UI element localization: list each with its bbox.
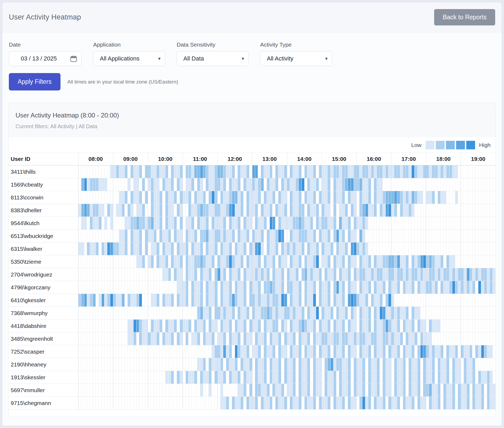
heatmap-cell[interactable] (255, 307, 258, 319)
heatmap-cell[interactable] (406, 332, 409, 345)
heatmap-cell[interactable] (325, 268, 328, 281)
heatmap-cell[interactable] (139, 243, 142, 255)
heatmap-cell[interactable] (275, 243, 278, 255)
heatmap-cell[interactable] (420, 358, 423, 371)
heatmap-cell[interactable] (171, 268, 174, 281)
heatmap-cell[interactable] (148, 217, 151, 229)
heatmap-cell[interactable] (481, 332, 484, 345)
heatmap-cell[interactable] (487, 307, 490, 319)
heatmap-cell[interactable] (458, 191, 461, 204)
heatmap-cell[interactable] (461, 255, 464, 268)
heatmap-cell[interactable] (84, 371, 87, 384)
heatmap-cell[interactable] (241, 178, 244, 191)
heatmap-cell[interactable] (188, 255, 191, 268)
heatmap-cell[interactable] (487, 384, 490, 396)
heatmap-cell[interactable] (429, 371, 432, 384)
heatmap-cell[interactable] (264, 191, 267, 204)
heatmap-cell[interactable] (452, 320, 455, 332)
heatmap-cell[interactable] (452, 268, 455, 281)
heatmap-cell[interactable] (177, 358, 180, 371)
heatmap-cell[interactable] (206, 332, 209, 345)
heatmap-cell[interactable] (325, 281, 328, 294)
heatmap-cell[interactable] (293, 191, 296, 204)
heatmap-cell[interactable] (258, 281, 261, 294)
heatmap-cell[interactable] (264, 307, 267, 319)
heatmap-cell[interactable] (481, 191, 484, 204)
heatmap-cell[interactable] (348, 332, 351, 345)
heatmap-cell[interactable] (154, 230, 157, 242)
heatmap-cell[interactable] (415, 255, 418, 268)
heatmap-cell[interactable] (212, 191, 215, 204)
heatmap-cell[interactable] (177, 178, 180, 191)
heatmap-cell[interactable] (429, 307, 432, 319)
heatmap-cell[interactable] (446, 178, 449, 191)
heatmap-cell[interactable] (229, 243, 232, 255)
heatmap-cell[interactable] (128, 397, 131, 409)
heatmap-cell[interactable] (386, 165, 389, 178)
heatmap-cell[interactable] (148, 165, 151, 178)
heatmap-cell[interactable] (284, 371, 287, 384)
heatmap-cell[interactable] (81, 243, 84, 255)
heatmap-cell[interactable] (162, 397, 165, 409)
heatmap-cell[interactable] (165, 191, 168, 204)
heatmap-cell[interactable] (467, 204, 470, 217)
heatmap-cell[interactable] (78, 345, 81, 358)
heatmap-cell[interactable] (336, 294, 339, 306)
heatmap-cell[interactable] (368, 268, 371, 281)
heatmap-cell[interactable] (444, 371, 446, 384)
heatmap-cell[interactable] (229, 397, 232, 409)
heatmap-cell[interactable] (249, 178, 252, 191)
heatmap-cell[interactable] (186, 371, 189, 384)
heatmap-cell[interactable] (96, 371, 99, 384)
heatmap-cell[interactable] (113, 204, 116, 217)
heatmap-cell[interactable] (200, 332, 203, 345)
heatmap-cell[interactable] (209, 371, 212, 384)
heatmap-cell[interactable] (487, 397, 490, 409)
heatmap-cell[interactable] (281, 332, 284, 345)
heatmap-cell[interactable] (305, 371, 308, 384)
heatmap-cell[interactable] (209, 268, 212, 281)
heatmap-cell[interactable] (249, 230, 252, 242)
heatmap-cell[interactable] (406, 294, 409, 306)
heatmap-cell[interactable] (107, 165, 110, 178)
heatmap-cell[interactable] (188, 230, 191, 242)
heatmap-cell[interactable] (267, 230, 270, 242)
heatmap-cell[interactable] (139, 371, 142, 384)
heatmap-cell[interactable] (470, 294, 473, 306)
heatmap-cell[interactable] (328, 307, 331, 319)
heatmap-cell[interactable] (270, 165, 273, 178)
heatmap-cell[interactable] (162, 191, 165, 204)
heatmap-cell[interactable] (267, 178, 270, 191)
heatmap-cell[interactable] (412, 358, 415, 371)
heatmap-cell[interactable] (342, 345, 345, 358)
heatmap-cell[interactable] (470, 165, 473, 178)
heatmap-cell[interactable] (394, 268, 397, 281)
heatmap-cell[interactable] (168, 243, 171, 255)
heatmap-cell[interactable] (134, 307, 137, 319)
heatmap-cell[interactable] (400, 268, 403, 281)
heatmap-cell[interactable] (435, 397, 438, 409)
heatmap-cell[interactable] (134, 358, 137, 371)
heatmap-cell[interactable] (388, 397, 391, 409)
heatmap-cell[interactable] (110, 217, 113, 229)
heatmap-cell[interactable] (99, 230, 102, 242)
heatmap-cell[interactable] (296, 294, 299, 306)
heatmap-cell[interactable] (348, 178, 351, 191)
date-value-input[interactable] (13, 55, 64, 62)
heatmap-cell[interactable] (142, 230, 145, 242)
heatmap-cell[interactable] (148, 384, 151, 396)
heatmap-cell[interactable] (180, 230, 183, 242)
heatmap-cell[interactable] (180, 384, 183, 396)
heatmap-cell[interactable] (212, 243, 215, 255)
heatmap-cell[interactable] (487, 230, 490, 242)
heatmap-cell[interactable] (157, 294, 160, 306)
heatmap-cell[interactable] (452, 358, 455, 371)
heatmap-cell[interactable] (394, 294, 397, 306)
heatmap-cell[interactable] (441, 255, 444, 268)
heatmap-cell[interactable] (116, 178, 119, 191)
heatmap-cell[interactable] (302, 191, 305, 204)
heatmap-cell[interactable] (122, 371, 125, 384)
heatmap-cell[interactable] (334, 191, 336, 204)
heatmap-cell[interactable] (472, 332, 475, 345)
heatmap-cell[interactable] (409, 204, 412, 217)
